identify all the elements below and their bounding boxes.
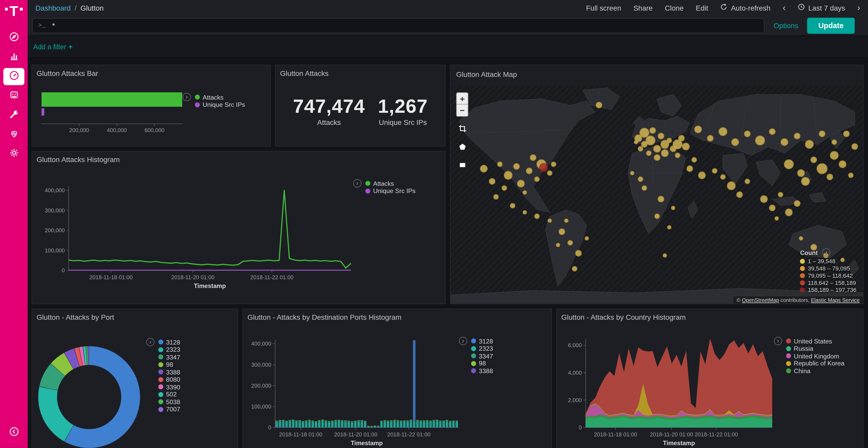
- attack-location-marker[interactable]: [694, 126, 702, 133]
- attack-location-marker[interactable]: [667, 225, 672, 230]
- crop-tool-button[interactable]: [456, 124, 468, 135]
- legend-toggle-icon[interactable]: ›: [822, 248, 831, 256]
- attack-location-marker[interactable]: [839, 160, 846, 168]
- attack-location-marker[interactable]: [596, 102, 602, 109]
- clone-button[interactable]: Clone: [665, 4, 684, 12]
- attack-location-marker[interactable]: [675, 153, 680, 158]
- horizontal-bar-chart[interactable]: 200,000400,000600,000: [36, 79, 266, 142]
- attack-location-marker[interactable]: [539, 163, 548, 172]
- attack-location-marker[interactable]: [736, 191, 743, 198]
- attack-location-marker[interactable]: [517, 180, 525, 187]
- breadcrumb-dashboard-link[interactable]: Dashboard: [35, 4, 70, 12]
- attack-location-marker[interactable]: [640, 128, 649, 138]
- attack-location-marker[interactable]: [778, 192, 783, 198]
- attack-location-marker[interactable]: [493, 194, 499, 200]
- legend-item[interactable]: 8080: [158, 376, 180, 383]
- attack-location-marker[interactable]: [720, 174, 725, 180]
- attack-location-marker[interactable]: [489, 178, 495, 185]
- add-filter-link[interactable]: Add a filter+: [33, 43, 72, 50]
- attack-location-marker[interactable]: [810, 157, 817, 163]
- legend-item[interactable]: United States: [786, 338, 844, 344]
- legend-item[interactable]: 3347: [471, 352, 493, 359]
- attack-location-marker[interactable]: [564, 218, 568, 223]
- sidebar-item-management[interactable]: [3, 145, 24, 163]
- attack-location-marker[interactable]: [572, 266, 577, 272]
- attack-location-marker[interactable]: [526, 168, 532, 174]
- panel-title[interactable]: Glutton Attacks Bar: [36, 69, 266, 77]
- attack-location-marker[interactable]: [816, 163, 828, 174]
- attack-location-marker[interactable]: [654, 214, 659, 219]
- stacked-bar-chart[interactable]: 0100,000200,000300,000400,0002018-11-18 …: [247, 323, 547, 448]
- legend-item[interactable]: 7007: [158, 406, 180, 413]
- attack-location-marker[interactable]: [712, 168, 717, 173]
- attack-location-marker[interactable]: [575, 250, 582, 257]
- attack-location-marker[interactable]: [534, 176, 540, 182]
- legend-item[interactable]: Attacks: [365, 180, 415, 187]
- attack-location-marker[interactable]: [497, 161, 503, 167]
- attack-location-marker[interactable]: [638, 146, 643, 151]
- legend-item[interactable]: China: [786, 368, 844, 374]
- attack-location-marker[interactable]: [649, 127, 656, 134]
- attack-location-marker[interactable]: [727, 181, 736, 190]
- attack-location-marker[interactable]: [634, 140, 638, 144]
- legend-toggle-icon[interactable]: ›: [353, 179, 362, 187]
- attack-location-marker[interactable]: [731, 139, 739, 146]
- sidebar-item-visualize[interactable]: [3, 49, 24, 66]
- legend-item[interactable]: Russia: [786, 345, 844, 352]
- panel-title[interactable]: Glutton Attack Map: [451, 66, 863, 84]
- attack-location-marker[interactable]: [530, 154, 536, 161]
- share-button[interactable]: Share: [633, 4, 653, 12]
- attribution-link[interactable]: Elastic Maps Service: [811, 297, 860, 303]
- attack-location-marker[interactable]: [567, 240, 573, 245]
- attack-location-marker[interactable]: [774, 216, 779, 221]
- attack-location-marker[interactable]: [663, 253, 667, 258]
- legend-item[interactable]: 3388: [471, 368, 493, 374]
- attack-location-marker[interactable]: [638, 176, 643, 182]
- attack-location-marker[interactable]: [797, 169, 805, 177]
- legend-item[interactable]: Unique Src IPs: [195, 101, 245, 108]
- attack-location-marker[interactable]: [718, 127, 727, 136]
- legend-item[interactable]: 2323: [158, 346, 180, 353]
- attack-location-marker[interactable]: [653, 145, 661, 153]
- legend-item[interactable]: 3347: [158, 353, 180, 360]
- legend-item[interactable]: 5038: [158, 399, 180, 405]
- attack-map[interactable]: + − Count›1 – 39,54839,548 – 79,09579,09…: [451, 86, 863, 304]
- attack-location-marker[interactable]: [646, 150, 651, 156]
- sidebar-item-dev-tools[interactable]: [3, 107, 24, 124]
- attack-location-marker[interactable]: [547, 170, 552, 175]
- attack-location-marker[interactable]: [501, 185, 507, 191]
- attack-location-marker[interactable]: [698, 171, 706, 179]
- attack-location-marker[interactable]: [794, 200, 800, 207]
- edit-button[interactable]: Edit: [696, 4, 708, 12]
- legend-item[interactable]: 98: [158, 361, 180, 368]
- attack-location-marker[interactable]: [851, 143, 858, 150]
- time-back-button[interactable]: ‹: [783, 3, 785, 12]
- attack-location-marker[interactable]: [691, 157, 696, 162]
- attack-location-marker[interactable]: [551, 161, 556, 167]
- attack-location-marker[interactable]: [769, 204, 776, 211]
- update-button[interactable]: Update: [807, 18, 855, 34]
- attack-location-marker[interactable]: [559, 229, 565, 235]
- attack-location-marker[interactable]: [678, 135, 685, 141]
- time-range-button[interactable]: Last 7 days: [798, 3, 845, 12]
- attack-location-marker[interactable]: [513, 163, 520, 170]
- attribution-link[interactable]: OpenStreetMap: [742, 297, 779, 303]
- sidebar-collapse-button[interactable]: [3, 424, 24, 441]
- attack-location-marker[interactable]: [666, 138, 672, 143]
- legend-toggle-icon[interactable]: ›: [459, 337, 467, 345]
- auto-refresh-button[interactable]: Auto-refresh: [720, 3, 770, 12]
- legend-item[interactable]: 3388: [158, 369, 180, 375]
- sidebar-item-discover[interactable]: [3, 29, 24, 46]
- legend-item[interactable]: 3128: [471, 338, 493, 344]
- attack-location-marker[interactable]: [794, 132, 800, 139]
- sidebar-item-monitoring[interactable]: [3, 126, 24, 143]
- attack-location-marker[interactable]: [831, 140, 837, 145]
- legend-item[interactable]: Unique Src IPs: [365, 187, 415, 194]
- attack-location-marker[interactable]: [799, 236, 803, 241]
- legend-item[interactable]: 3390: [158, 383, 180, 390]
- panel-title[interactable]: Glutton - Attacks by Destination Ports H…: [247, 313, 547, 321]
- panel-title[interactable]: Glutton Attacks Histogram: [36, 156, 440, 164]
- legend-item[interactable]: 502: [158, 391, 180, 398]
- legend-item[interactable]: 3128: [158, 339, 180, 346]
- attack-location-marker[interactable]: [760, 195, 768, 203]
